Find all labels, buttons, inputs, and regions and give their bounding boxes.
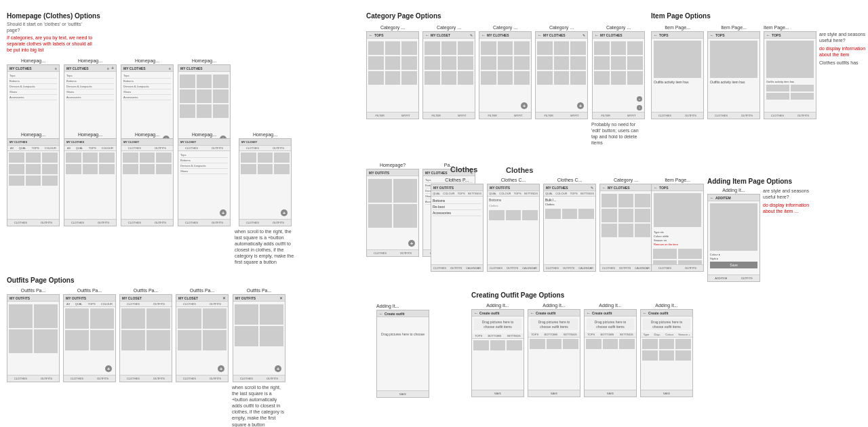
phone2-categories: Tops Bottoms Dresses & Jumpsuits Shoes A… (64, 72, 116, 102)
grid-cell (554, 71, 570, 85)
r2-phone1-grid (7, 151, 59, 187)
adding-item-bottom-header-text: Create outfit (384, 312, 404, 316)
outfit-phone2-title: Adding It... (542, 303, 565, 308)
cat-phone2-title: Category ... (437, 25, 461, 30)
grid-cell (498, 56, 513, 70)
tab: CLOTHES (246, 146, 259, 150)
tab: TOPS (514, 192, 521, 195)
item-type: Type etc (654, 230, 701, 234)
phone1-header: MY CLOTHES ≡ (7, 65, 59, 72)
outfits-phone-group-5: Outfits Pa... MY OUTFITS ✕ + CLOTHES OUT… (232, 288, 286, 427)
phone1-header-text: MY CLOTHES (9, 66, 32, 70)
outfits-phone4-title: Outfits Pa... (190, 288, 215, 293)
r2-phone1-footer: CLOTHES OUTFITS (7, 219, 59, 226)
outfit-phone2-footer: SAVE (528, 390, 580, 396)
item-phone1-header-text: TOPS (659, 33, 669, 37)
grid-cell (554, 56, 570, 70)
outfits-phone-group-1: Outfits Pa... MY OUTFITS CLOTHES OUTFITS (7, 288, 60, 427)
grid-cell (385, 71, 401, 85)
clothes-cat-phone1-tabs: QUAL COLOUR TOPS SETTINGS (431, 191, 483, 197)
grid-cell (146, 330, 170, 350)
tab: CLOTHES (185, 146, 198, 150)
back-icon: ← (710, 33, 714, 37)
clothes-cat-phone2-grid (488, 209, 539, 222)
outfits-phone2-fab: + (105, 365, 112, 372)
grid-cell (42, 176, 58, 186)
grid-cell (473, 340, 489, 350)
footer-outfits: OUTFITS (97, 377, 108, 380)
homepage-r2-phone2-title: Homepag... (78, 132, 102, 137)
adding-item-bottom-section: Adding It... ← Create outfit Drag pictur… (376, 304, 429, 398)
r2-phone1-header: MY CLOTHES (7, 139, 59, 146)
cat-item: Bottoms (433, 198, 481, 204)
grid-cell (213, 75, 229, 88)
r2-phone4-categories: Tops Bottoms Dresses & Jumpsuits Shoes (178, 151, 230, 176)
grid-cell (514, 71, 530, 85)
footer-clothes: CLOTHES (658, 266, 671, 270)
homepage-r2-phone3: MY CLOSET CLOTHES OUTFITS CLOTHES OUTFIT (121, 138, 174, 226)
cat-item: Shoes (180, 169, 228, 174)
grid-cell (498, 41, 513, 55)
outfits-phone3-footer: CLOTHES OUTFITS (120, 375, 172, 382)
grid-cell (635, 194, 650, 207)
grid-cell (83, 152, 98, 163)
outfits-phone3-grid (120, 307, 172, 352)
adding-item-phone2-image (710, 203, 757, 251)
outfits-phone2-title: Outfits Pa... (77, 288, 102, 293)
item-phone1-info: Outfits activity item has (652, 80, 703, 84)
clothes-cat-phone1-header-text: MY OUTFITS (433, 186, 454, 190)
footer-outfits: OUTFITS (153, 377, 165, 380)
grid-cell (547, 339, 562, 349)
item-phone3-title: Item Page... (764, 25, 789, 30)
item-phones-row: Item Page... ← TOPS Outfits activity ite… (651, 25, 868, 119)
tab: TOPS (531, 333, 538, 336)
grid-cell (368, 41, 384, 55)
r2-phone2-header-text: MY CLOTHES (66, 140, 84, 144)
outfit-thumb (678, 249, 702, 259)
tab: COLOUR (499, 192, 511, 195)
r2-phone3-footer: CLOTHES OUTFITS (121, 219, 173, 226)
homepage-mid-phone1-footer: CLOTHES OUTFITS (367, 249, 418, 256)
back-icon: ← (587, 311, 591, 315)
clothes-cat-phone4-grid (600, 192, 652, 239)
grid-cell (594, 56, 610, 70)
category-section: Category Page Options Category ... ← TOP… (366, 12, 646, 146)
outfits-phone4-tabs: CLOTHES OUTFITS (176, 302, 228, 307)
grid-cell (197, 75, 212, 88)
homepage-title: Homepage (Clothes) Options (7, 12, 231, 20)
homepage-phones-row2: Homepag... MY CLOTHES All QUAL TOPS COLO… (7, 132, 296, 266)
adding-item-main-section: Adding Item Page Options Adding It... ← … (707, 178, 817, 282)
phone3-filter-icon: ≡ (169, 66, 171, 70)
outfits-phone1-header: MY OUTFITS (7, 295, 59, 302)
homepage-phone4-title: Homepag... (192, 58, 216, 63)
clothes-cat-phone-group-1: Clothes P... MY OUTFITS QUAL COLOUR TOPS… (431, 178, 484, 272)
homepage-r2-phone1-title: Homepag... (21, 132, 45, 137)
outfit-thumb (766, 93, 789, 100)
cat-phone3-title: Category ... (493, 25, 517, 30)
cat-phone1-header: ← TOPS (367, 32, 418, 39)
r2-phone3-grid (121, 151, 173, 176)
grid-cell (140, 164, 155, 174)
clothes-cat-phone4-header: ← MY CLOTHES (600, 184, 652, 191)
cat-phone-group-1: Category ... ← TOPS (366, 25, 419, 146)
r2-phone4-fab: + (220, 209, 226, 216)
homepage-r2-phone5: MY CLOSET CLOTHES OUTFITS + CLOTHES (239, 138, 292, 226)
grid-cell (9, 304, 33, 328)
grid-cell (26, 152, 41, 163)
grid-cell (203, 330, 226, 350)
grid-cell (26, 176, 41, 186)
adding-item-save-btn[interactable]: Save (710, 262, 757, 268)
item-phone1-image (654, 41, 701, 78)
back-icon: ← (654, 33, 658, 37)
back-icon: ← (602, 186, 606, 190)
footer-clothes: CLOTHES (658, 114, 671, 117)
grid-cell (563, 339, 578, 349)
grid-cell (601, 224, 617, 237)
item-season: Season on (654, 239, 701, 242)
tab: CLOTHES (128, 146, 141, 150)
tab: COLOUR (443, 192, 454, 195)
grid-cell (489, 210, 505, 220)
phone3-categories: Tops Bottoms Dresses & Jumpsuits Shoes A… (121, 72, 173, 102)
cat-phone2-grid (423, 40, 475, 86)
cat-item: Dresses & Jumpsuits (123, 84, 171, 89)
